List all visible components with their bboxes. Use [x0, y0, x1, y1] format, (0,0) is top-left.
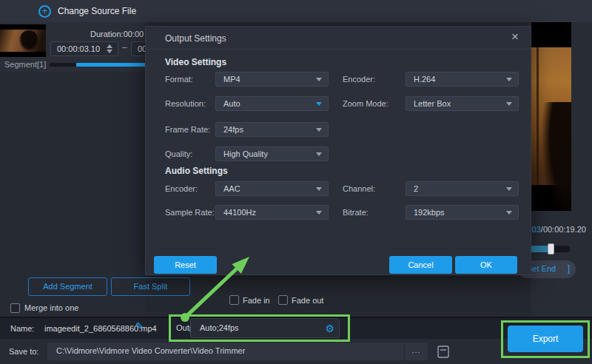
gear-icon[interactable]: ⚙: [325, 321, 334, 336]
chevron-down-icon: [506, 187, 512, 191]
change-source-file-button[interactable]: Change Source File: [58, 6, 136, 16]
preview-figure: [542, 102, 571, 211]
segment-label: Segment[1]: [4, 60, 46, 69]
app-window: + Change Source File Duration:00:00 00:0…: [0, 0, 592, 364]
encoder-value: H.264: [414, 73, 435, 86]
encoder-label: Encoder:: [343, 72, 375, 87]
dialog-title: Output Settings: [165, 33, 226, 44]
topbar: + Change Source File: [0, 0, 592, 22]
output-value: Auto;24fps: [200, 323, 239, 332]
frame-rate-dropdown[interactable]: 24fps: [215, 122, 329, 137]
format-dropdown[interactable]: MP4: [215, 72, 329, 87]
name-label: Name:: [10, 324, 34, 333]
resolution-value: Auto: [223, 97, 240, 110]
quality-label: Quality:: [165, 146, 192, 161]
quality-dropdown[interactable]: High Quality: [215, 146, 329, 161]
start-time-value: 00:00:03.10: [57, 44, 100, 53]
chevron-down-icon: [316, 187, 322, 191]
fade-out-label: Fade out: [292, 296, 323, 305]
bitrate-value: 192kbps: [414, 206, 445, 219]
format-label: Format:: [165, 72, 193, 87]
fade-out-checkbox[interactable]: [278, 295, 288, 305]
set-end-bracket-icon: ]: [568, 263, 570, 274]
sample-rate-label: Sample Rate:: [165, 205, 215, 220]
zoom-mode-label: Zoom Mode:: [343, 96, 388, 111]
output-settings-dialog: Output Settings × Video Settings Format:…: [145, 26, 531, 275]
stepper-down-icon[interactable]: [107, 50, 112, 53]
chevron-down-icon: [316, 78, 322, 81]
chevron-down-icon: [316, 128, 322, 132]
audio-settings-heading: Audio Settings: [165, 166, 228, 176]
range-separator: –: [122, 42, 127, 53]
duration-label: Duration:00:00: [90, 30, 144, 38]
encoder-dropdown[interactable]: H.264: [406, 72, 519, 87]
channel-label: Channel:: [343, 181, 375, 196]
fast-split-button[interactable]: Fast Split: [111, 277, 190, 296]
close-icon[interactable]: ×: [511, 30, 519, 44]
chevron-down-icon: [316, 102, 322, 106]
chevron-down-icon: [316, 211, 322, 215]
resolution-dropdown[interactable]: Auto: [215, 96, 329, 111]
video-settings-heading: Video Settings: [165, 57, 226, 67]
trim-slider-handle[interactable]: [548, 243, 554, 255]
browse-button[interactable]: ...: [404, 343, 428, 360]
edit-name-icon[interactable]: ✎: [135, 320, 144, 332]
stepper-up-icon[interactable]: [107, 44, 112, 48]
segment-timeline-track[interactable]: [50, 63, 76, 67]
sample-rate-dropdown[interactable]: 44100Hz: [215, 205, 329, 220]
chevron-down-icon: [506, 78, 512, 81]
cancel-button[interactable]: Cancel: [389, 256, 452, 274]
audio-encoder-dropdown[interactable]: AAC: [215, 181, 329, 196]
total-time: 00:00:19.20: [543, 225, 586, 234]
quality-value: High Quality: [223, 147, 268, 161]
output-field[interactable]: Auto;24fps ⚙: [190, 318, 340, 338]
chevron-down-icon: [506, 102, 512, 106]
fade-in-checkbox[interactable]: [229, 295, 239, 305]
open-folder-icon[interactable]: [435, 343, 451, 360]
zoom-mode-dropdown[interactable]: Letter Box: [406, 96, 519, 111]
channel-dropdown[interactable]: 2: [406, 181, 519, 196]
preview-video: [531, 22, 571, 211]
reset-button[interactable]: Reset: [154, 256, 217, 274]
preview-frame-detail: [536, 47, 539, 185]
video-thumbnail: [0, 24, 46, 57]
add-segment-button[interactable]: Add Segment: [28, 277, 107, 296]
thumbnail-figure: [19, 30, 38, 51]
start-time-input[interactable]: 00:00:03.10: [50, 41, 118, 56]
export-button[interactable]: Export: [508, 326, 583, 352]
frame-rate-value: 24fps: [223, 123, 243, 136]
save-row: Save to: C:\Vidmore\Vidmore Video Conver…: [0, 339, 592, 364]
audio-encoder-label: Encoder:: [165, 181, 198, 196]
audio-encoder-value: AAC: [223, 182, 240, 195]
ok-button[interactable]: OK: [455, 256, 517, 274]
chevron-down-icon: [316, 152, 322, 156]
chevron-down-icon: [506, 211, 512, 215]
sample-rate-value: 44100Hz: [223, 206, 256, 219]
time-stepper[interactable]: [107, 44, 113, 54]
save-path-field[interactable]: C:\Vidmore\Vidmore Video Converter\Video…: [47, 343, 428, 360]
bitrate-label: Bitrate:: [343, 205, 369, 220]
segment-strip: Duration:00:00 00:00:03.10 – 00 Segment[…: [0, 22, 145, 72]
resolution-label: Resolution:: [165, 96, 206, 111]
format-value: MP4: [223, 73, 240, 86]
bitrate-dropdown[interactable]: 192kbps: [406, 205, 519, 220]
channel-value: 2: [414, 182, 418, 195]
zoom-mode-value: Letter Box: [414, 97, 451, 110]
fade-in-label: Fade in: [243, 296, 270, 305]
save-path-value: C:\Vidmore\Vidmore Video Converter\Video…: [56, 346, 245, 355]
save-to-label: Save to:: [9, 347, 38, 356]
frame-rate-label: Frame Rate:: [165, 122, 210, 137]
merge-label: Merge into one: [24, 303, 78, 312]
dialog-divider: [146, 49, 531, 50]
merge-checkbox[interactable]: [10, 303, 20, 313]
plus-icon[interactable]: +: [38, 5, 51, 18]
